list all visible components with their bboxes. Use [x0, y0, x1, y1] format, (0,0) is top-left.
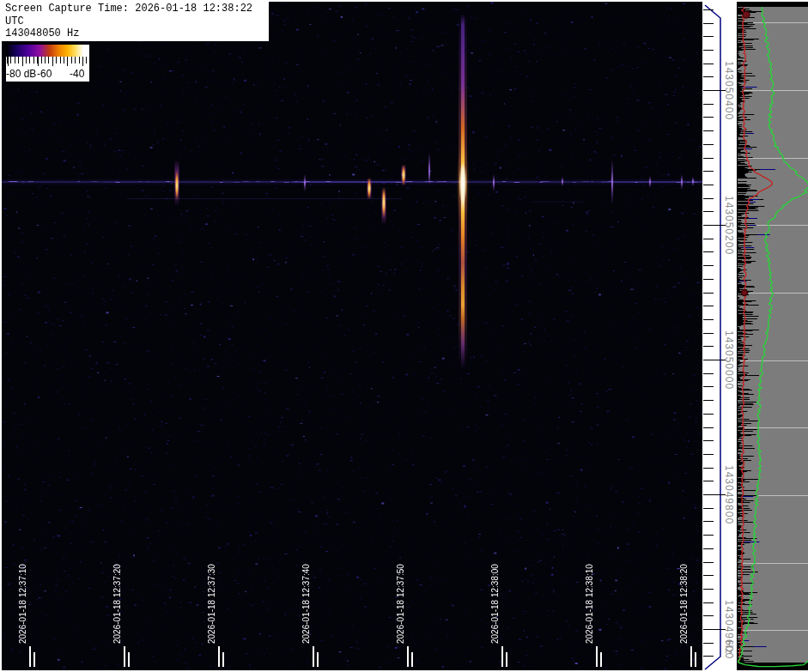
frequency-minor-tick: [703, 50, 714, 51]
frequency-minor-tick: [703, 548, 714, 549]
frequency-minor-tick: [703, 468, 714, 469]
colorbar-db-label: -80 dB: [6, 68, 36, 80]
live-spectrum-panel: [737, 2, 808, 670]
frequency-minor-tick: [703, 454, 714, 455]
frequency-minor-tick: [703, 427, 714, 428]
frequency-minor-tick: [703, 414, 714, 415]
frequency-minor-tick: [703, 23, 714, 24]
frequency-minor-tick: [703, 562, 714, 563]
frequency-minor-tick: [703, 117, 714, 118]
frequency-minor-tick: [703, 211, 714, 212]
colorbar-minor-ticks: [7, 57, 88, 64]
frequency-minor-tick: [703, 508, 714, 509]
frequency-axis-label: 143049800: [723, 465, 735, 524]
frequency-ruler: 1430504001430502001430500001430498001430…: [703, 2, 737, 670]
screen-capture-frame: Screen Capture Time: 2026-01-18 12:38:22…: [0, 0, 808, 672]
colorbar-major-tick: [8, 57, 9, 66]
frequency-minor-tick: [703, 615, 714, 616]
frequency-minor-tick: [703, 400, 714, 401]
frequency-minor-tick: [703, 36, 714, 37]
colorbar-gradient: [6, 45, 89, 57]
frequency-minor-tick: [703, 130, 714, 131]
colorbar-db-label: -40: [70, 68, 84, 80]
colorbar-major-tick: [38, 57, 39, 66]
frequency-minor-tick: [703, 251, 714, 252]
frequency-minor-tick: [703, 333, 714, 334]
intensity-colorbar: -80 dB-60-40: [6, 45, 89, 82]
frequency-unit-label: Hz: [723, 640, 735, 655]
colorbar-db-label: -60: [37, 68, 52, 80]
frequency-axis-label: 143050200: [723, 196, 735, 255]
capture-time-text: Screen Capture Time: 2026-01-18 12:38:22…: [5, 3, 269, 27]
frequency-minor-tick: [703, 643, 714, 644]
frequency-minor-tick: [703, 575, 714, 576]
center-frequency-text: 143048050 Hz: [5, 27, 269, 40]
frequency-minor-tick: [703, 346, 714, 347]
frequency-minor-tick: [703, 198, 714, 199]
frequency-minor-tick: [703, 171, 714, 172]
colorbar-major-tick: [22, 57, 23, 66]
frequency-minor-tick: [703, 319, 714, 320]
frequency-minor-tick: [703, 279, 714, 280]
frequency-minor-tick: [703, 293, 714, 294]
frequency-minor-tick: [703, 481, 714, 481]
frequency-minor-tick: [703, 589, 714, 590]
frequency-minor-tick: [703, 440, 714, 441]
colorbar-major-tick: [82, 57, 83, 66]
frequency-minor-tick: [703, 306, 714, 306]
frequency-minor-tick: [703, 64, 714, 64]
spectrogram-waterfall: [2, 2, 702, 670]
frequency-minor-tick: [703, 9, 714, 10]
frequency-minor-tick: [703, 386, 714, 387]
colorbar-major-tick: [52, 57, 53, 66]
frequency-axis-label: 143050400: [723, 61, 735, 120]
frequency-minor-tick: [703, 373, 714, 374]
frequency-axis-label: 143050000: [723, 330, 735, 390]
frequency-minor-tick: [703, 76, 714, 77]
frequency-minor-tick: [703, 158, 714, 159]
frequency-minor-tick: [703, 144, 714, 145]
frequency-minor-tick: [703, 104, 714, 105]
frequency-minor-tick: [703, 239, 714, 239]
frequency-minor-tick: [703, 185, 714, 185]
frequency-minor-tick: [703, 602, 714, 603]
frequency-minor-tick: [703, 265, 714, 266]
frequency-minor-tick: [703, 521, 714, 522]
capture-info-box: Screen Capture Time: 2026-01-18 12:38:22…: [2, 2, 269, 41]
colorbar-major-tick: [67, 57, 68, 66]
frequency-minor-tick: [703, 656, 714, 657]
colorbar-scale: -80 dB-60-40: [6, 57, 89, 82]
frequency-minor-tick: [703, 535, 714, 536]
